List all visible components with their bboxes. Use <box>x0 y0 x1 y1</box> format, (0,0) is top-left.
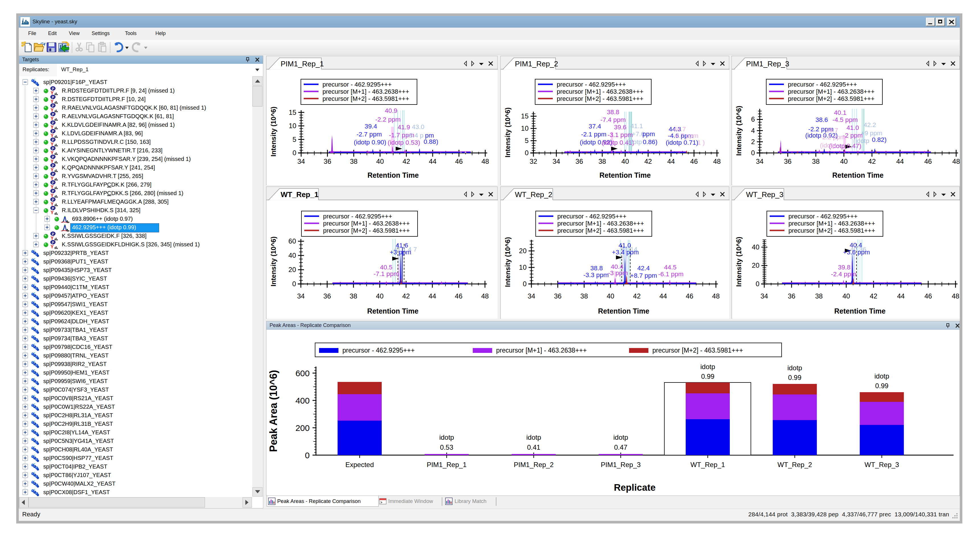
svg-text:1 ): 1 ) <box>697 139 705 146</box>
svg-text:42: 42 <box>402 158 410 165</box>
svg-text:P: P <box>52 172 54 176</box>
svg-text:36: 36 <box>324 158 331 165</box>
svg-text:2: 2 <box>751 138 755 145</box>
svg-text:0.99: 0.99 <box>788 374 802 381</box>
svg-text:(idotp: (idotp <box>853 137 869 144</box>
svg-text:-6.1 ppm: -6.1 ppm <box>659 271 684 278</box>
svg-text:-7.4 ppm: -7.4 ppm <box>601 116 626 123</box>
svg-text:precursor - 462.9295+++: precursor - 462.9295+++ <box>557 81 626 88</box>
svg-text:41.0: 41.0 <box>619 242 631 249</box>
svg-text:40.5: 40.5 <box>380 264 393 271</box>
svg-text:-2.2 ppm: -2.2 ppm <box>375 116 401 123</box>
svg-text:WT_Rep_3: WT_Rep_3 <box>746 190 784 199</box>
svg-text:Retention Time: Retention Time <box>367 307 418 315</box>
svg-text:41.1: 41.1 <box>630 123 643 129</box>
svg-text:-4.7 ppm: -4.7 ppm <box>673 132 698 139</box>
svg-text:42.4: 42.4 <box>637 265 650 272</box>
svg-text:40: 40 <box>288 252 296 259</box>
svg-text:+8.7 ppm: +8.7 ppm <box>630 272 657 279</box>
svg-text:P: P <box>52 86 54 91</box>
svg-text:precursor [M+1] - 463.2638+++: precursor [M+1] - 463.2638+++ <box>788 220 875 227</box>
svg-text:32: 32 <box>530 158 538 165</box>
svg-text:precursor [M+2] - 463.5981+++: precursor [M+2] - 463.5981+++ <box>652 346 743 354</box>
svg-text:0: 0 <box>756 280 759 288</box>
svg-text:36: 36 <box>554 292 562 300</box>
svg-text:38: 38 <box>350 292 357 300</box>
svg-text:precursor [M+1] - 463.2638+++: precursor [M+1] - 463.2638+++ <box>557 88 644 95</box>
svg-text:36: 36 <box>784 158 792 165</box>
svg-text:20: 20 <box>288 266 296 273</box>
svg-text:P: P <box>52 163 54 168</box>
svg-text:Peak Area (10^6): Peak Area (10^6) <box>267 370 279 452</box>
svg-text:precursor [M+1] - 463.2638+++: precursor [M+1] - 463.2638+++ <box>323 220 410 227</box>
svg-text:0.47: 0.47 <box>614 443 627 451</box>
svg-text:0: 0 <box>751 149 755 156</box>
svg-text:5: 5 <box>293 136 296 143</box>
svg-text:-2.7 ppm: -2.7 ppm <box>356 131 382 138</box>
svg-text:WT_Rep_2: WT_Rep_2 <box>778 461 812 469</box>
svg-text:44: 44 <box>429 292 436 300</box>
svg-text:idotp: idotp <box>439 434 454 441</box>
svg-text:200: 200 <box>296 423 310 432</box>
svg-text:0: 0 <box>523 280 527 288</box>
svg-text:idotp: idotp <box>787 364 802 372</box>
svg-text:36: 36 <box>323 292 331 300</box>
svg-text:44.5: 44.5 <box>664 264 676 271</box>
svg-text:precursor [M+1] - 463.2638+++: precursor [M+1] - 463.2638+++ <box>323 88 409 95</box>
svg-text:38.8: 38.8 <box>590 265 603 272</box>
svg-text:Intensity (10^6): Intensity (10^6) <box>735 106 743 155</box>
svg-text:34: 34 <box>756 158 764 165</box>
svg-text:P: P <box>52 189 54 193</box>
svg-text:46: 46 <box>455 158 463 165</box>
svg-text:idotp: idotp <box>700 363 715 370</box>
svg-text:15: 15 <box>289 108 296 116</box>
svg-text:-7.1 ppm: -7.1 ppm <box>374 270 399 278</box>
svg-text:15: 15 <box>521 112 528 120</box>
svg-text:-4.5 ppm: -4.5 ppm <box>832 116 858 123</box>
svg-text:0: 0 <box>305 451 310 460</box>
svg-text:5: 5 <box>525 137 528 144</box>
svg-text:+3.4 ppm: +3.4 ppm <box>612 249 639 256</box>
svg-text:+3 ppm: +3 ppm <box>390 249 411 256</box>
svg-text:20: 20 <box>752 262 759 269</box>
svg-text:P: P <box>52 232 54 236</box>
svg-text:40: 40 <box>376 158 384 165</box>
svg-text:precursor [M+2] - 463.5981+++: precursor [M+2] - 463.5981+++ <box>788 227 875 234</box>
svg-text:precursor [M+1] - 463.2638+++: precursor [M+1] - 463.2638+++ <box>557 220 644 227</box>
svg-text:40.4: 40.4 <box>850 241 862 249</box>
svg-text:-3.3 ppm: -3.3 ppm <box>584 271 609 279</box>
svg-text:42.2: 42.2 <box>864 121 876 128</box>
svg-text:Intensity (10^6): Intensity (10^6) <box>270 236 277 286</box>
svg-text:0.88): 0.88) <box>423 138 438 145</box>
svg-text:36: 36 <box>788 292 795 300</box>
svg-text:40: 40 <box>840 158 848 165</box>
svg-text:(idotp: (idotp <box>820 142 836 149</box>
svg-text:Y: Y <box>51 244 54 249</box>
svg-text:42: 42 <box>868 158 876 165</box>
svg-text:idotp: idotp <box>874 372 889 380</box>
svg-text:P: P <box>52 198 54 202</box>
svg-text:precursor [M+2] - 463.5981+++: precursor [M+2] - 463.5981+++ <box>788 95 875 102</box>
svg-text:40: 40 <box>621 158 629 165</box>
svg-text:precursor [M+2] - 463.5981+++: precursor [M+2] - 463.5981+++ <box>557 227 644 234</box>
svg-text:48: 48 <box>481 158 489 165</box>
svg-text:48: 48 <box>712 292 720 300</box>
svg-text:40: 40 <box>843 292 850 300</box>
svg-text:P: P <box>52 155 54 159</box>
svg-text:Expected: Expected <box>345 461 374 469</box>
svg-text:Retention Time: Retention Time <box>598 307 649 315</box>
svg-text:4: 4 <box>751 127 755 134</box>
svg-text:idotp: idotp <box>526 434 541 441</box>
svg-text:38: 38 <box>812 158 820 165</box>
svg-text:10: 10 <box>519 263 527 271</box>
svg-text:0.86): 0.86) <box>643 139 657 145</box>
svg-text:36: 36 <box>576 158 583 165</box>
svg-text:precursor - 462.9295+++: precursor - 462.9295+++ <box>342 346 415 354</box>
svg-text:Retention Time: Retention Time <box>832 171 883 179</box>
svg-text:600: 600 <box>296 368 310 378</box>
svg-text:Retention Time: Retention Time <box>834 307 886 315</box>
svg-text:0: 0 <box>525 149 528 156</box>
svg-text:-2.2 ppm: -2.2 ppm <box>820 134 846 141</box>
svg-text:40.9: 40.9 <box>385 107 397 114</box>
svg-text:PIM1_Rep_1: PIM1_Rep_1 <box>281 59 324 68</box>
